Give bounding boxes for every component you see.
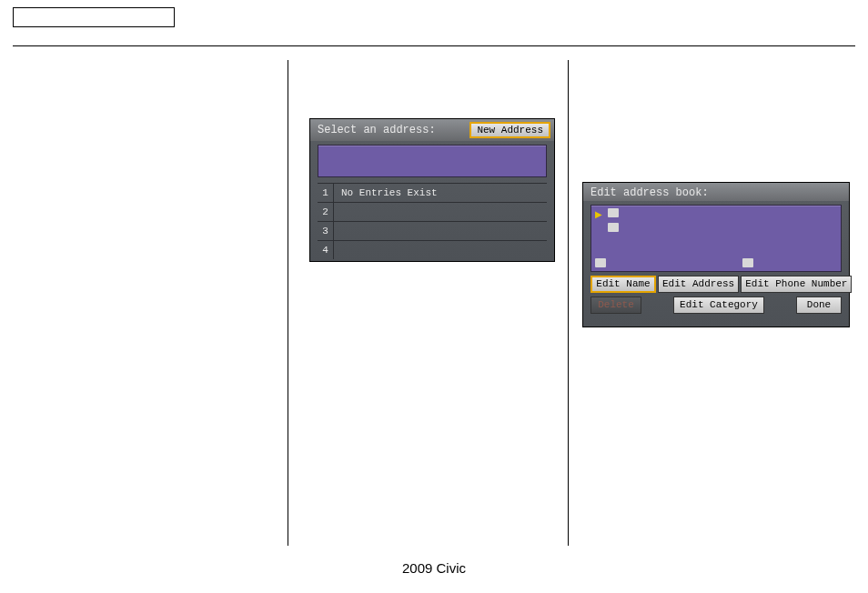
done-button[interactable]: Done bbox=[796, 296, 842, 314]
page-footer: 2009 Civic bbox=[0, 560, 868, 576]
edit-address-button[interactable]: Edit Address bbox=[658, 276, 739, 293]
select-address-screen: Select an address: New Address 1 No Entr… bbox=[309, 118, 555, 262]
select-address-title: Select an address: bbox=[318, 124, 436, 136]
list-item[interactable]: 3 bbox=[318, 221, 547, 240]
address-detail-panel: ▶ bbox=[590, 205, 842, 272]
column-divider-2 bbox=[568, 60, 569, 546]
edit-category-button[interactable]: Edit Category bbox=[673, 296, 764, 314]
selected-address-display bbox=[318, 145, 547, 177]
screen1-header: Select an address: New Address bbox=[310, 119, 554, 141]
action-button-row: Delete Edit Category Done bbox=[590, 296, 842, 314]
category-field-icon bbox=[742, 258, 753, 267]
column-divider-1 bbox=[288, 60, 288, 546]
row-number: 4 bbox=[318, 241, 334, 259]
list-item[interactable]: 2 bbox=[318, 202, 547, 221]
row-number: 1 bbox=[318, 184, 334, 202]
address-field-icon bbox=[608, 223, 619, 232]
edit-address-book-screen: Edit address book: ▶ Edit Name Edit Addr… bbox=[582, 182, 850, 327]
list-item[interactable]: 4 bbox=[318, 240, 547, 259]
cursor-arrow-icon: ▶ bbox=[595, 209, 602, 219]
edit-phone-number-button[interactable]: Edit Phone Number bbox=[741, 276, 852, 293]
row-number: 3 bbox=[318, 222, 334, 240]
spacer: Edit Category bbox=[643, 296, 794, 314]
edit-address-book-title: Edit address book: bbox=[583, 183, 849, 201]
delete-button: Delete bbox=[590, 296, 641, 314]
blank-box bbox=[13, 7, 175, 27]
row-value: No Entries Exist bbox=[334, 187, 547, 198]
phone-field-icon bbox=[595, 258, 606, 267]
row-number: 2 bbox=[318, 203, 334, 221]
horizontal-rule bbox=[13, 45, 855, 46]
edit-button-row: Edit Name Edit Address Edit Phone Number bbox=[590, 276, 842, 293]
name-field-icon bbox=[608, 208, 619, 217]
address-list: 1 No Entries Exist 2 3 4 bbox=[318, 183, 547, 259]
list-item[interactable]: 1 No Entries Exist bbox=[318, 183, 547, 202]
new-address-button[interactable]: New Address bbox=[469, 122, 550, 138]
edit-name-button[interactable]: Edit Name bbox=[590, 276, 656, 293]
